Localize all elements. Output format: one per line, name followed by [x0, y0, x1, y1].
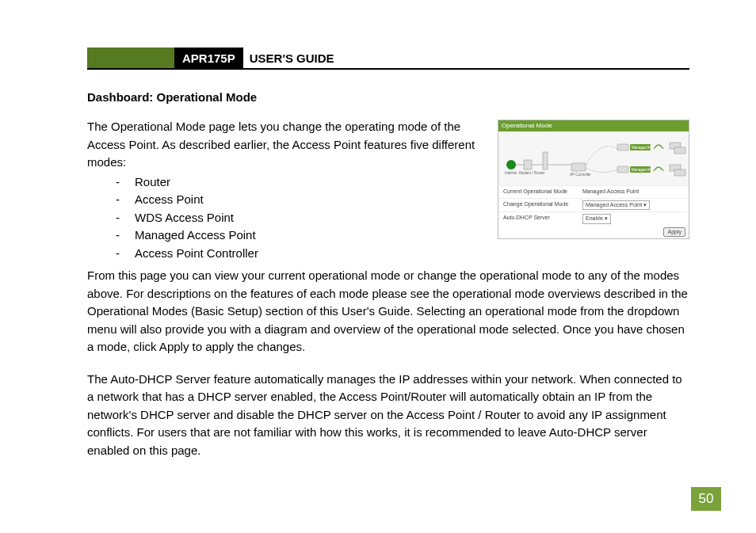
list-item: Access Point Controller: [116, 245, 689, 263]
header-accent-bar: [87, 48, 174, 68]
figure-topology-diagram: Internet Modem / Router AP Controller: [498, 131, 689, 185]
svg-rect-7: [674, 147, 685, 154]
svg-rect-3: [571, 163, 586, 171]
product-model: APR175P: [174, 48, 243, 68]
intro-paragraph: The Operational Mode page lets you chang…: [87, 120, 475, 169]
svg-rect-4: [617, 144, 628, 150]
svg-rect-11: [674, 169, 685, 176]
body-paragraph-2: From this page you can view your current…: [87, 267, 689, 356]
figure-row-dhcp-key: Auto-DHCP Server: [503, 214, 582, 224]
svg-point-0: [506, 160, 516, 169]
figure-mode-select[interactable]: Managed Access Point ▾: [582, 200, 650, 211]
figure-apply-button[interactable]: Apply: [663, 227, 685, 238]
figure-dhcp-select[interactable]: Enable ▾: [582, 214, 611, 224]
figure-row-current-value: Managed Access Point: [582, 188, 684, 196]
document-header: APR175P USER'S GUIDE: [87, 48, 689, 70]
body-paragraph-3: The Auto-DHCP Server feature automatical…: [87, 371, 689, 460]
screenshot-figure: Operational Mode Internet Modem / Router…: [498, 120, 689, 239]
diagram-label-modem: Modem / Router: [519, 171, 545, 175]
diagram-badge-ap1: Managed AP: [632, 146, 652, 150]
diagram-label-internet: Internet: [505, 171, 517, 175]
figure-row-current-key: Current Operational Mode: [503, 188, 582, 196]
svg-rect-1: [524, 160, 532, 169]
figure-title-bar: Operational Mode: [498, 120, 689, 131]
section-heading: Dashboard: Operational Mode: [87, 90, 689, 104]
svg-rect-8: [617, 166, 628, 173]
diagram-badge-ap2: Managed AP: [632, 168, 652, 172]
figure-row-change-key: Change Operational Mode: [503, 200, 582, 211]
page-number-badge: 50: [691, 487, 721, 511]
document-title: USER'S GUIDE: [243, 48, 334, 68]
body-block-1: Operational Mode Internet Modem / Router…: [87, 118, 689, 262]
svg-rect-2: [543, 152, 548, 169]
figure-settings-table: Current Operational Mode Managed Access …: [498, 185, 689, 238]
diagram-label-controller: AP Controller: [570, 173, 591, 177]
